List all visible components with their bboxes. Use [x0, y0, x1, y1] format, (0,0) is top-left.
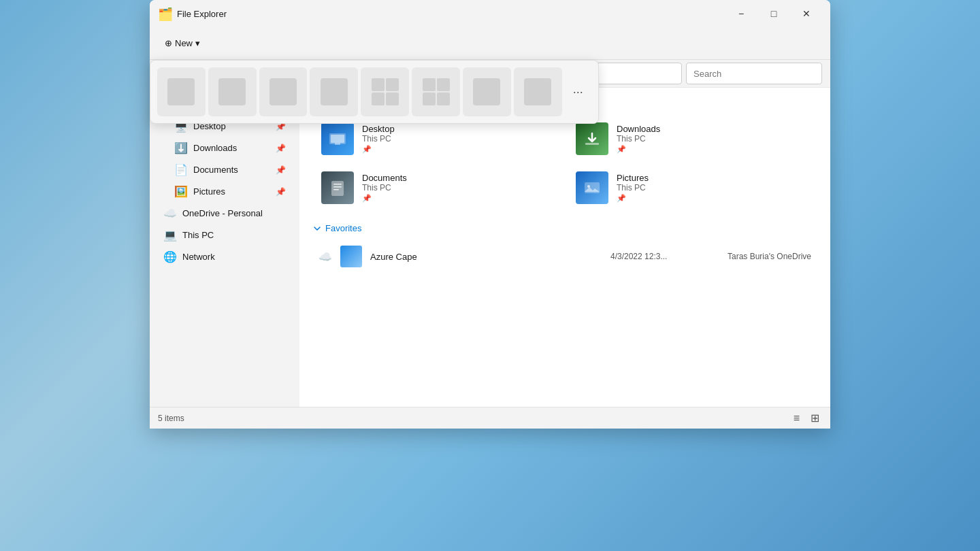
maximize-button[interactable]: □ [758, 3, 789, 24]
sidebar-item-documents[interactable]: 📄 Documents 📌 [152, 159, 297, 180]
sidebar-item-network-label: Network [182, 252, 215, 262]
toolbar-wrapper: ⊕ New ▾ [150, 27, 830, 60]
quick-access-grid: Desktop This PC 📌 Downloads [313, 117, 817, 210]
folder-card-documents[interactable]: Documents This PC 📌 [313, 166, 562, 210]
dropdown-btn-2[interactable] [208, 67, 257, 116]
sidebar-item-pictures[interactable]: 🖼️ Pictures 📌 [152, 181, 297, 202]
dropdown-btn-4[interactable] [310, 67, 358, 116]
dropdown-btn-6[interactable] [412, 67, 460, 116]
folder-pin-downloads: 📌 [617, 145, 660, 154]
sidebar-item-network[interactable]: 🌐 Network [152, 246, 297, 267]
title-bar: 🗂️ File Explorer − □ ✕ [150, 0, 830, 27]
cloud-sync-icon: ☁️ [318, 250, 332, 263]
window-controls: − □ ✕ [725, 3, 822, 24]
file-explorer-window: 🗂️ File Explorer − □ ✕ ⊕ New ▾ [150, 0, 830, 429]
favorites-item-azure-cape[interactable]: ☁️ Azure Cape 4/3/2022 12:3... Taras Bur… [313, 241, 817, 271]
sidebar-item-downloads-label: Downloads [193, 143, 237, 153]
pictures-pin-icon: 📌 [276, 187, 286, 197]
svg-rect-4 [331, 181, 344, 196]
documents-folder-icon [328, 178, 347, 197]
favorites-item-date: 4/3/2022 12:3... [610, 252, 719, 261]
folder-icon-downloads [576, 122, 608, 155]
dropdown-btn-5[interactable] [361, 67, 409, 116]
sidebar-item-downloads[interactable]: ⬇️ Downloads 📌 [152, 137, 297, 158]
folder-icon-pictures [576, 171, 608, 204]
sidebar-item-onedrive-label: OneDrive - Personal [182, 208, 263, 218]
downloads-folder-icon [583, 129, 602, 148]
favorites-title: Favorites [325, 223, 361, 233]
new-button[interactable]: ⊕ New ▾ [158, 35, 207, 51]
svg-rect-6 [333, 186, 342, 188]
folder-info-pictures: Pictures This PC 📌 [617, 173, 649, 203]
more-options-button[interactable]: ··· [565, 78, 591, 105]
folder-name-downloads: Downloads [617, 124, 660, 134]
sidebar: 🏠 Home 🖥️ Desktop 📌 ⬇️ Downloads 📌 📄 Doc… [150, 88, 299, 407]
favorites-file-thumb [340, 246, 362, 267]
folder-sub-documents: This PC [362, 183, 407, 193]
folder-pin-desktop: 📌 [362, 145, 395, 154]
folder-pin-documents: 📌 [362, 194, 407, 203]
toolbar: ⊕ New ▾ [150, 27, 830, 60]
folder-info-desktop: Desktop This PC 📌 [362, 124, 395, 154]
minimize-button[interactable]: − [725, 3, 757, 24]
folder-pin-pictures: 📌 [617, 194, 649, 203]
search-input[interactable] [686, 63, 822, 84]
folder-sub-desktop: This PC [362, 134, 395, 144]
folder-sub-pictures: This PC [617, 183, 649, 193]
folder-icon-documents [321, 171, 354, 204]
folder-icon-desktop [321, 122, 354, 155]
folder-name-documents: Documents [362, 173, 407, 183]
dropdown-btn-7[interactable] [463, 67, 511, 116]
pictures-folder-icon [583, 178, 602, 197]
sidebar-item-thispc[interactable]: 💻 This PC [152, 224, 297, 246]
downloads-pin-icon: 📌 [276, 144, 286, 153]
window-title: File Explorer [177, 9, 725, 19]
folder-card-downloads[interactable]: Downloads This PC 📌 [568, 117, 817, 161]
grid-view-button[interactable]: ⊞ [808, 410, 822, 426]
downloads-icon: ⬇️ [174, 141, 188, 154]
dropdown-btn-1[interactable] [157, 67, 206, 116]
sidebar-item-onedrive[interactable]: ☁️ OneDrive - Personal [152, 203, 297, 224]
close-button[interactable]: ✕ [791, 3, 822, 24]
new-arrow-icon: ▾ [195, 38, 200, 48]
dropdown-btn-8[interactable] [514, 67, 562, 116]
svg-rect-5 [333, 184, 342, 185]
list-view-button[interactable]: ≡ [791, 410, 802, 426]
folder-info-documents: Documents This PC 📌 [362, 173, 407, 203]
onedrive-icon: ☁️ [163, 207, 177, 220]
title-bar-icon: 🗂️ [158, 7, 172, 20]
documents-pin-icon: 📌 [276, 165, 286, 175]
new-plus-icon: ⊕ [165, 38, 172, 48]
svg-rect-2 [335, 143, 340, 145]
svg-rect-3 [585, 143, 599, 145]
favorites-item-location: Taras Buria's OneDrive [728, 252, 811, 261]
folder-sub-downloads: This PC [617, 134, 660, 144]
folder-name-pictures: Pictures [617, 173, 649, 183]
favorites-item-name: Azure Cape [370, 252, 602, 262]
folder-card-pictures[interactable]: Pictures This PC 📌 [568, 166, 817, 210]
network-icon: 🌐 [163, 250, 177, 263]
new-dropdown-popup: ··· [150, 60, 599, 124]
pictures-icon: 🖼️ [174, 185, 188, 198]
svg-rect-7 [333, 189, 339, 190]
documents-icon: 📄 [174, 163, 188, 176]
sidebar-item-pictures-label: Pictures [193, 186, 225, 197]
main-content: 🏠 Home 🖥️ Desktop 📌 ⬇️ Downloads 📌 📄 Doc… [150, 88, 830, 407]
svg-point-9 [587, 185, 590, 188]
view-controls: ≡ ⊞ [791, 410, 822, 426]
thispc-icon: 💻 [163, 229, 177, 241]
folder-name-desktop: Desktop [362, 124, 395, 134]
new-button-label: New [175, 38, 193, 48]
sidebar-item-documents-label: Documents [193, 165, 238, 175]
chevron-down-favorites-icon [313, 224, 321, 233]
content-area: Quick access Desktop This PC [299, 88, 830, 407]
desktop-folder-icon [328, 129, 347, 148]
svg-rect-1 [331, 135, 344, 143]
status-bar: 5 items ≡ ⊞ [150, 407, 830, 429]
favorites-header[interactable]: Favorites [313, 223, 817, 233]
folder-info-downloads: Downloads This PC 📌 [617, 124, 660, 154]
dropdown-btn-3[interactable] [259, 67, 308, 116]
sidebar-item-thispc-label: This PC [182, 230, 214, 240]
items-count: 5 items [158, 414, 184, 423]
